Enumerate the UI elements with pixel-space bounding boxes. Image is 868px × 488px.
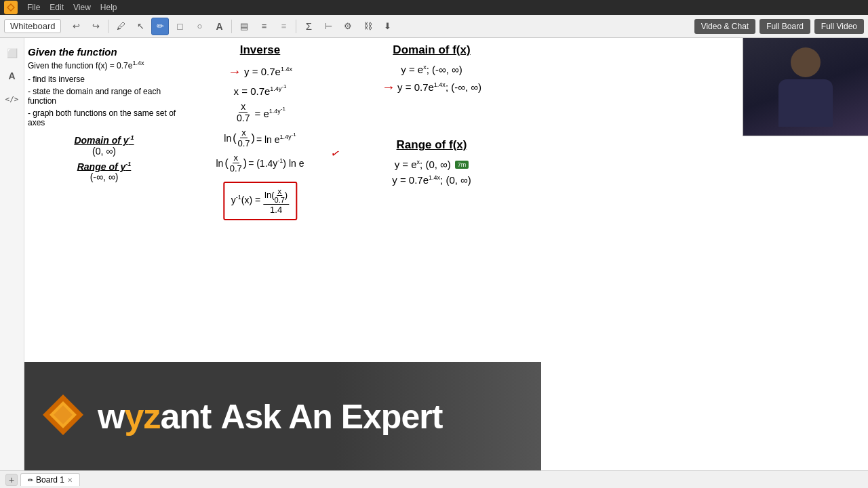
- range-fx-section: Range of f(x) y = ex; (0, ∞) 7m y = 0.7e…: [349, 138, 515, 186]
- pencil-button[interactable]: ✏: [151, 18, 169, 35]
- inverse-answer-box: y-1(x) = ln(x0.7) 1.4: [223, 182, 297, 220]
- domain-fx-line2: → y = 0.7e1.4x; (-∞, ∞): [349, 79, 515, 95]
- app-logo: [4, 1, 18, 14]
- given-section: Given the function Given the function f(…: [28, 46, 180, 182]
- redo-button[interactable]: ↪: [87, 18, 104, 35]
- domain-fx-line1: y = ex; (-∞, ∞): [349, 64, 515, 75]
- menu-edit[interactable]: Edit: [50, 3, 64, 12]
- download-button[interactable]: ⬇: [378, 18, 396, 35]
- range-y-inv-val: (-∞, ∞): [28, 171, 180, 182]
- list1-button[interactable]: ≡: [255, 18, 273, 35]
- given-item-2: - state the domain and range of each fun…: [28, 87, 180, 106]
- full-video-button[interactable]: Full Video: [814, 19, 864, 34]
- sidebar-text-icon[interactable]: A: [3, 66, 22, 85]
- inverse-step5: ln ( x 0.7 ) = (1.4y-1) ln e ✓: [187, 152, 333, 174]
- given-function-def: Given the function f(x) = 0.7e1.4x: [28, 60, 180, 70]
- board-label: Board 1: [36, 475, 64, 485]
- menu-file[interactable]: File: [27, 3, 40, 12]
- wyzant-brand-text: w yz ant Ask An Expert: [98, 396, 442, 436]
- inverse-heading: Inverse: [187, 43, 333, 57]
- range-fx-heading: Range of f(x): [349, 138, 515, 152]
- video-chat-button[interactable]: Video & Chat: [694, 19, 756, 34]
- text-button[interactable]: A: [210, 18, 228, 35]
- webcam-panel: [743, 38, 868, 136]
- add-board-button[interactable]: +: [5, 474, 18, 486]
- domain-fx-heading: Domain of f(x): [349, 43, 515, 57]
- board-tab[interactable]: ✏ Board 1 ✕: [20, 473, 80, 486]
- graph-button[interactable]: ⊢: [319, 18, 337, 35]
- inverse-step3: x 0.7 = e1.4y-1: [187, 101, 333, 123]
- range-fx-line1: y = ex; (0, ∞) 7m: [349, 159, 515, 170]
- undo-button[interactable]: ↩: [67, 18, 85, 35]
- domain-y-inv-val: (0, ∞): [28, 146, 180, 157]
- given-item-1: - find its inverse: [28, 75, 180, 84]
- inverse-step2: x = 0.7e1.4y-1: [187, 83, 333, 97]
- full-board-button[interactable]: Full Board: [760, 19, 810, 34]
- sidebar-board-icon[interactable]: ⬜: [3, 43, 22, 62]
- shapes-button[interactable]: ○: [191, 18, 208, 35]
- link-button[interactable]: ⛓: [359, 18, 376, 35]
- wyzant-tagline: Ask An Expert: [220, 397, 442, 436]
- given-item-3: - graph both functions on the same set o…: [28, 108, 180, 127]
- range-badge: 7m: [455, 161, 469, 169]
- board-icon: ✏: [28, 476, 33, 484]
- bottom-bar: + ✏ Board 1 ✕: [0, 470, 868, 488]
- sigma-button[interactable]: Σ: [300, 18, 317, 35]
- board-close[interactable]: ✕: [67, 476, 73, 484]
- inverse-step1: → y = 0.7e1.4x: [187, 64, 333, 79]
- wyzant-logo-diamond: [41, 393, 85, 440]
- sidebar-code-icon[interactable]: </>: [3, 89, 22, 108]
- range-y-inv-label: Range of y-1: [28, 161, 180, 172]
- domain-y-inv-label: Domain of y-1: [28, 134, 180, 146]
- inverse-step4: ln ( x 0.7 ) = ln e1.4y-1: [187, 127, 333, 148]
- highlight-button[interactable]: ▤: [235, 18, 253, 35]
- wyzant-banner: w yz ant Ask An Expert: [24, 362, 541, 470]
- domain-fx-section: Domain of f(x) y = ex; (-∞, ∞) → y = 0.7…: [349, 43, 515, 95]
- eraser-button[interactable]: ◻: [171, 18, 189, 35]
- menu-help[interactable]: Help: [100, 3, 117, 12]
- whiteboard-title[interactable]: Whiteboard: [4, 19, 61, 33]
- given-title: Given the function: [28, 46, 180, 58]
- range-fx-line2: y = 0.7e1.4x; (0, ∞): [349, 174, 515, 186]
- pen-button[interactable]: 🖊: [112, 18, 130, 35]
- list2-button[interactable]: ≡: [275, 18, 292, 35]
- menu-view[interactable]: View: [73, 3, 91, 12]
- settings-button[interactable]: ⚙: [339, 18, 357, 35]
- inverse-section: Inverse → y = 0.7e1.4x x = 0.7e1.4y-1 x …: [187, 43, 333, 223]
- cursor-button[interactable]: ↖: [132, 18, 149, 35]
- webcam-video: [743, 38, 868, 136]
